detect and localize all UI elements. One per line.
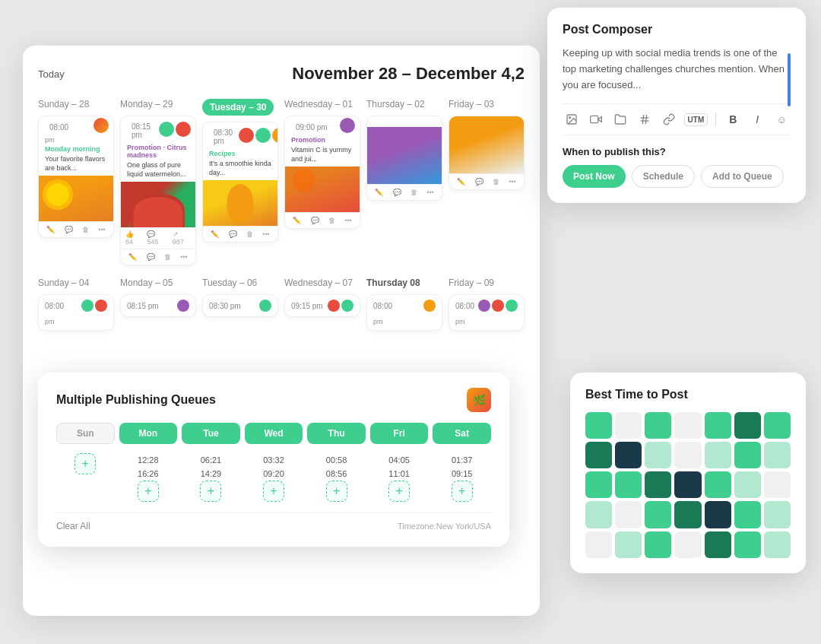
- day-header-monday: Monday – 29: [120, 99, 196, 109]
- week1-row: Sunday – 28 08:00 pm Monday morning Your…: [38, 99, 525, 265]
- video-icon[interactable]: [587, 110, 605, 128]
- day-btn-tue[interactable]: Tue: [182, 423, 240, 444]
- add-time-wed[interactable]: +: [263, 481, 284, 502]
- day-wednesday-07: Wednesday – 07 09:15 pm: [284, 278, 360, 331]
- partial-card-monday05: 08:15 pm: [120, 294, 196, 317]
- shares-count: ↗ 987: [173, 230, 191, 246]
- delete-icon[interactable]: 🗑: [246, 230, 253, 238]
- avatars: [81, 300, 107, 312]
- avatars: [159, 122, 191, 137]
- queues-header: Multiple Publishing Queues 🌿: [56, 388, 491, 412]
- add-to-queue-button[interactable]: Add to Queue: [701, 165, 784, 188]
- heatmap-cell: [705, 531, 731, 558]
- post-image: [449, 116, 524, 173]
- edit-icon[interactable]: ✏️: [128, 253, 137, 261]
- day-btn-sat[interactable]: Sat: [433, 423, 491, 444]
- heatmap-cell: [674, 412, 701, 439]
- add-time-mon[interactable]: +: [138, 481, 159, 502]
- heatmap-cell: [585, 531, 612, 558]
- delete-icon[interactable]: 🗑: [328, 217, 335, 224]
- time-slot-sun: +: [56, 453, 115, 502]
- time-slot-fri: 04:05 11:01 +: [370, 453, 429, 502]
- heatmap-cell: [734, 531, 761, 558]
- heatmap-cell: [734, 471, 761, 498]
- more-icon[interactable]: •••: [98, 226, 105, 233]
- delete-icon[interactable]: 🗑: [82, 226, 89, 233]
- more-icon[interactable]: •••: [180, 253, 187, 261]
- queues-footer: Clear All Timezone:New York/USA: [56, 512, 491, 531]
- link-icon[interactable]: [660, 110, 678, 128]
- comment-icon[interactable]: 💬: [311, 217, 319, 224]
- post-now-button[interactable]: Post Now: [563, 165, 626, 188]
- more-icon[interactable]: •••: [426, 189, 433, 196]
- more-icon[interactable]: •••: [262, 230, 269, 238]
- heatmap-cell: [764, 531, 791, 558]
- partial-card-top: 08:00: [39, 295, 113, 316]
- delete-icon[interactable]: 🗑: [164, 253, 171, 261]
- svg-line-6: [642, 115, 643, 124]
- post-card-footer: ✏️ 💬 🗑 •••: [367, 184, 442, 200]
- heatmap-cell: [615, 442, 642, 468]
- comment-icon[interactable]: 💬: [65, 226, 73, 233]
- post-card-top: 08:30 pm: [203, 122, 277, 150]
- day-header-friday09: Friday – 09: [449, 278, 525, 288]
- heatmap-cell: [585, 412, 612, 439]
- pm-label: pm: [39, 316, 113, 330]
- day-btn-thu[interactable]: Thu: [307, 423, 366, 444]
- partial-card-friday09: 08:00 pm: [449, 294, 525, 331]
- schedule-button[interactable]: Schedule: [632, 165, 695, 188]
- edit-icon[interactable]: ✏️: [293, 217, 301, 224]
- time: 08:00: [455, 302, 474, 310]
- time-slot-thu: 00:58 08:56 +: [307, 453, 366, 502]
- day-btn-fri[interactable]: Fri: [370, 423, 429, 444]
- svg-rect-3: [591, 116, 598, 123]
- emoji-icon[interactable]: ☺: [772, 110, 791, 128]
- post-card-friday: ✏️ 💬 🗑 •••: [449, 116, 525, 190]
- time-value-thu-2: 08:56: [307, 467, 366, 481]
- svg-marker-2: [598, 117, 602, 122]
- more-icon[interactable]: •••: [509, 178, 515, 186]
- folder-icon[interactable]: [611, 110, 629, 128]
- add-time-fri[interactable]: +: [388, 481, 410, 502]
- utm-badge[interactable]: UTM: [684, 113, 708, 126]
- delete-icon[interactable]: 🗑: [493, 178, 499, 186]
- edit-icon[interactable]: ✏️: [375, 189, 383, 196]
- edit-icon[interactable]: ✏️: [457, 178, 465, 186]
- delete-icon[interactable]: 🗑: [410, 189, 417, 196]
- hash-icon[interactable]: [636, 110, 654, 128]
- edit-icon[interactable]: ✏️: [46, 226, 55, 233]
- post-image: [203, 180, 277, 226]
- day-thursday-02: Thursday – 02 ✏️ 💬 🗑 •••: [366, 99, 442, 265]
- edit-icon[interactable]: ✏️: [211, 230, 219, 238]
- day-btn-wed[interactable]: Wed: [245, 423, 303, 444]
- comment-icon[interactable]: 💬: [475, 178, 483, 186]
- more-icon[interactable]: •••: [344, 217, 351, 224]
- time-value-fri-1: 04:05: [370, 453, 429, 467]
- comment-icon[interactable]: 💬: [393, 189, 401, 196]
- comment-icon[interactable]: 💬: [229, 230, 237, 238]
- add-time-sat[interactable]: +: [452, 481, 473, 502]
- week2-row: Sunday – 04 08:00 pm Monday – 05 08:15 p…: [38, 278, 525, 331]
- add-time-thu[interactable]: +: [326, 481, 347, 502]
- day-btn-mon[interactable]: Mon: [119, 423, 178, 444]
- today-button[interactable]: Today: [38, 68, 65, 80]
- image-icon[interactable]: [563, 110, 581, 128]
- day-friday-03: Friday – 03 ✏️ 💬 🗑 •••: [449, 99, 525, 265]
- composer-text[interactable]: Keeping up with social media trends is o…: [563, 46, 791, 93]
- avatar: [159, 122, 174, 137]
- comment-icon[interactable]: 💬: [147, 253, 155, 261]
- day-btn-sun[interactable]: Sun: [56, 423, 115, 444]
- avatars: [239, 128, 278, 143]
- bold-icon[interactable]: B: [724, 110, 742, 128]
- time: 08:30 pm: [209, 302, 241, 310]
- add-time-tue[interactable]: +: [200, 481, 221, 502]
- clear-all-button[interactable]: Clear All: [56, 521, 90, 531]
- post-tag-promotion: Promotion · Citrus madness: [121, 144, 195, 161]
- avatar: [81, 300, 94, 312]
- day-monday-29: Monday – 29 08:15 pm Promotion · Citrus …: [120, 99, 196, 265]
- italic-icon[interactable]: I: [748, 110, 766, 128]
- timezone-label: Timezone:New York/USA: [398, 522, 491, 531]
- toolbar-divider: [715, 113, 716, 126]
- add-time-sun[interactable]: +: [74, 453, 96, 474]
- post-card-sunday: 08:00 pm Monday morning Your favorite fl…: [38, 116, 114, 238]
